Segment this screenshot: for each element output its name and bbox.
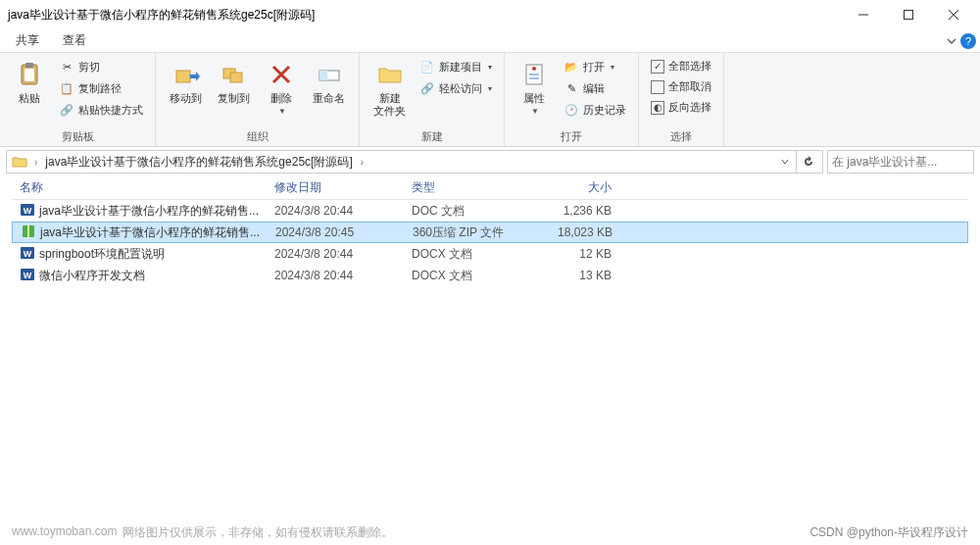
ribbon-group-organize: 移动到 复制到 删除 ▼ 重命名 组织 xyxy=(156,53,360,146)
file-date: 2024/3/8 20:44 xyxy=(267,204,404,218)
select-all-icon: ✓ xyxy=(651,60,664,74)
folder-icon xyxy=(11,153,28,171)
refresh-button[interactable] xyxy=(797,150,820,173)
svg-rect-7 xyxy=(176,71,190,82)
new-project-button[interactable]: 📄新建项目▾ xyxy=(416,57,496,76)
delete-button[interactable]: 删除 ▼ xyxy=(260,57,303,118)
ribbon-group-select: ✓全部选择 全部取消 ◐反向选择 选择 xyxy=(639,53,724,146)
file-size: 1,236 KB xyxy=(521,204,619,218)
new-project-icon: 📄 xyxy=(419,59,435,74)
file-row[interactable]: W java毕业设计基于微信小程序的鲜花销售... 2024/3/8 20:44… xyxy=(12,200,968,222)
file-icon: W xyxy=(20,267,35,285)
minimize-button[interactable] xyxy=(841,0,886,29)
copy-path-button[interactable]: 📋复制路径 xyxy=(55,78,147,98)
crumb-sep-icon[interactable]: › xyxy=(30,157,41,168)
select-none-button[interactable]: 全部取消 xyxy=(647,77,715,96)
footer-site: www.toymoban.com xyxy=(12,524,117,541)
file-list: 名称 修改日期 类型 大小 W java毕业设计基于微信小程序的鲜花销售... … xyxy=(0,176,980,286)
footer-credit: CSDN @python-毕设程序设计 xyxy=(809,524,968,541)
svg-rect-13 xyxy=(319,71,327,80)
breadcrumb[interactable]: › java毕业设计基于微信小程序的鲜花销售系统ge25c[附源码] › xyxy=(6,150,823,173)
delete-icon xyxy=(266,59,297,90)
open-button[interactable]: 📂打开▾ xyxy=(560,57,630,76)
file-size: 13 KB xyxy=(521,269,619,282)
rename-button[interactable]: 重命名 xyxy=(307,57,351,107)
crumb-sep-icon[interactable]: › xyxy=(357,157,368,168)
easy-access-icon: 🔗 xyxy=(419,80,435,96)
file-name-cell: W java毕业设计基于微信小程序的鲜花销售... xyxy=(12,202,267,221)
file-date: 2024/3/8 20:44 xyxy=(267,247,404,261)
file-type: DOCX 文档 xyxy=(404,268,521,284)
svg-text:W: W xyxy=(24,206,32,216)
window-title: java毕业设计基于微信小程序的鲜花销售系统ge25c[附源码] xyxy=(4,7,841,24)
easy-access-button[interactable]: 🔗轻松访问▾ xyxy=(416,78,496,98)
svg-rect-1 xyxy=(905,11,913,20)
invert-icon: ◐ xyxy=(651,101,664,115)
file-icon: W xyxy=(20,245,35,264)
invert-selection-button[interactable]: ◐反向选择 xyxy=(647,98,715,117)
svg-text:W: W xyxy=(24,271,32,280)
addr-dropdown-button[interactable] xyxy=(773,150,797,173)
file-date: 2024/3/8 20:44 xyxy=(267,269,404,282)
file-date: 2024/3/8 20:45 xyxy=(268,225,405,239)
cut-button[interactable]: ✂剪切 xyxy=(55,57,147,76)
footer: www.toymoban.com 网络图片仅供展示，非存储，如有侵权请联系删除。… xyxy=(0,520,980,545)
history-icon: 🕑 xyxy=(564,102,579,118)
list-header: 名称 修改日期 类型 大小 xyxy=(12,176,968,200)
svg-rect-6 xyxy=(24,69,34,81)
ribbon-collapse-icon[interactable] xyxy=(947,36,956,46)
select-none-icon xyxy=(651,80,664,94)
cut-icon: ✂ xyxy=(59,59,74,74)
ribbon-group-open: 属性 ▼ 📂打开▾ ✎编辑 🕑历史记录 打开 xyxy=(505,53,639,146)
svg-point-15 xyxy=(532,67,536,71)
titlebar: java毕业设计基于微信小程序的鲜花销售系统ge25c[附源码] xyxy=(0,0,980,29)
ribbon-tabs: 共享 查看 ? xyxy=(0,29,980,53)
file-name-cell: W springboot环境配置说明 xyxy=(12,245,267,264)
col-name[interactable]: 名称 xyxy=(12,179,267,196)
file-name: springboot环境配置说明 xyxy=(39,246,165,263)
file-row[interactable]: W springboot环境配置说明 2024/3/8 20:44 DOCX 文… xyxy=(12,243,968,265)
file-name-cell: java毕业设计基于微信小程序的鲜花销售... xyxy=(13,223,268,242)
address-bar: › java毕业设计基于微信小程序的鲜花销售系统ge25c[附源码] › xyxy=(0,147,980,176)
col-size[interactable]: 大小 xyxy=(521,179,619,196)
copy-path-icon: 📋 xyxy=(59,80,74,96)
ribbon-group-clipboard: 粘贴 ✂剪切 📋复制路径 🔗粘贴快捷方式 剪贴板 xyxy=(0,53,156,146)
close-button[interactable] xyxy=(931,0,976,29)
select-all-button[interactable]: ✓全部选择 xyxy=(647,57,715,75)
properties-button[interactable]: 属性 ▼ xyxy=(513,57,556,118)
search-box[interactable] xyxy=(827,150,974,173)
svg-rect-9 xyxy=(230,73,242,82)
file-type: DOCX 文档 xyxy=(404,246,521,263)
move-to-button[interactable]: 移动到 xyxy=(164,57,208,107)
col-date[interactable]: 修改日期 xyxy=(267,179,404,196)
breadcrumb-item[interactable]: java毕业设计基于微信小程序的鲜花销售系统ge25c[附源码] xyxy=(41,152,356,173)
edit-button[interactable]: ✎编辑 xyxy=(560,78,630,98)
new-folder-button[interactable]: 新建 文件夹 xyxy=(368,57,412,120)
file-row[interactable]: W 微信小程序开发文档 2024/3/8 20:44 DOCX 文档 13 KB xyxy=(12,265,968,286)
rename-icon xyxy=(314,59,345,90)
help-button[interactable]: ? xyxy=(960,33,976,49)
paste-shortcut-button[interactable]: 🔗粘贴快捷方式 xyxy=(55,100,147,120)
maximize-button[interactable] xyxy=(886,0,931,29)
file-name-cell: W 微信小程序开发文档 xyxy=(12,267,267,285)
svg-text:W: W xyxy=(24,249,32,259)
file-row[interactable]: java毕业设计基于微信小程序的鲜花销售... 2024/3/8 20:45 3… xyxy=(12,222,968,243)
paste-button[interactable]: 粘贴 xyxy=(8,57,51,107)
file-name: java毕业设计基于微信小程序的鲜花销售... xyxy=(39,203,259,220)
col-type[interactable]: 类型 xyxy=(404,179,521,196)
tab-view[interactable]: 查看 xyxy=(51,28,98,53)
tab-share[interactable]: 共享 xyxy=(4,28,51,53)
file-type: 360压缩 ZIP 文件 xyxy=(405,224,522,241)
ribbon: 粘贴 ✂剪切 📋复制路径 🔗粘贴快捷方式 剪贴板 移动到 复制到 删除 xyxy=(0,53,980,147)
file-size: 12 KB xyxy=(521,247,619,261)
ribbon-group-new: 新建 文件夹 📄新建项目▾ 🔗轻松访问▾ 新建 xyxy=(360,53,505,146)
paste-icon xyxy=(14,59,45,90)
history-button[interactable]: 🕑历史记录 xyxy=(560,100,630,120)
properties-icon xyxy=(518,59,550,90)
move-icon xyxy=(171,59,202,90)
copy-to-button[interactable]: 复制到 xyxy=(212,57,256,107)
file-icon: W xyxy=(20,202,35,221)
shortcut-icon: 🔗 xyxy=(59,102,74,118)
search-input[interactable] xyxy=(832,155,969,169)
open-icon: 📂 xyxy=(564,59,579,74)
